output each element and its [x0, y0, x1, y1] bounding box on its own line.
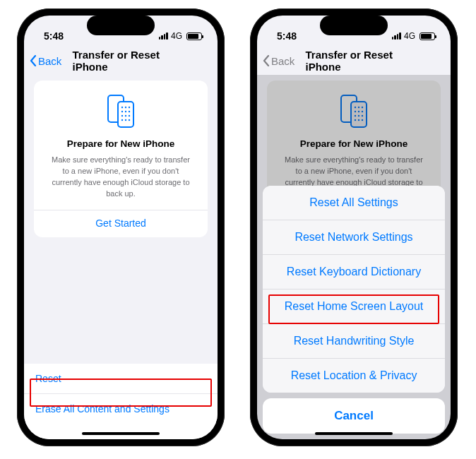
svg-point-7 [129, 111, 130, 112]
chevron-left-icon [263, 55, 270, 66]
svg-point-6 [125, 111, 126, 112]
battery-icon [186, 32, 202, 40]
card-body: Make sure everything's ready to transfer… [44, 155, 198, 200]
battery-icon [420, 32, 435, 40]
back-button[interactable]: Back [30, 55, 61, 67]
nav-bar: Back Transfer or Reset iPhone [24, 47, 218, 75]
card-heading: Prepare for New iPhone [44, 138, 198, 149]
bottom-list: Reset Erase All Content and Settings [24, 364, 218, 439]
svg-point-9 [125, 115, 126, 117]
svg-point-12 [125, 119, 126, 121]
signal-icon [159, 32, 168, 40]
action-sheet: Reset All Settings Reset Network Setting… [263, 186, 445, 434]
svg-rect-1 [118, 102, 133, 127]
reset-row[interactable]: Reset [24, 364, 218, 393]
svg-point-10 [129, 115, 130, 117]
network-label: 4G [404, 31, 415, 41]
chevron-left-icon [30, 55, 37, 66]
erase-row[interactable]: Erase All Content and Settings [24, 393, 218, 424]
svg-point-11 [121, 119, 123, 121]
option-reset-keyboard-dict[interactable]: Reset Keyboard Dictionary [263, 254, 445, 289]
nav-bar: Back Transfer or Reset iPhone [257, 47, 451, 75]
iphone-mockup-left: 5:48 4G Back Transfer or Reset iPhone [17, 8, 225, 446]
dynamic-island [87, 16, 155, 35]
option-reset-handwriting[interactable]: Reset Handwriting Style [263, 323, 445, 358]
back-label: Back [38, 55, 61, 67]
page-title: Transfer or Reset iPhone [306, 49, 403, 73]
svg-point-3 [125, 107, 126, 108]
back-button[interactable]: Back [263, 55, 294, 67]
signal-icon [392, 32, 401, 40]
network-label: 4G [171, 31, 182, 41]
svg-point-13 [129, 119, 130, 121]
option-reset-network-settings[interactable]: Reset Network Settings [263, 220, 445, 254]
home-indicator[interactable] [82, 432, 160, 435]
sheet-options: Reset All Settings Reset Network Setting… [263, 186, 445, 393]
svg-point-8 [121, 115, 123, 117]
status-time: 5:48 [44, 30, 64, 42]
dynamic-island [320, 16, 388, 35]
two-iphones-icon [102, 93, 139, 131]
get-started-button[interactable]: Get Started [44, 217, 198, 229]
option-reset-home-layout[interactable]: Reset Home Screen Layout [263, 289, 445, 323]
option-reset-location-privacy[interactable]: Reset Location & Privacy [263, 358, 445, 393]
status-time: 5:48 [277, 30, 297, 42]
home-indicator[interactable] [315, 432, 393, 435]
prepare-card: Prepare for New iPhone Make sure everyth… [34, 81, 208, 237]
page-title: Transfer or Reset iPhone [73, 49, 169, 73]
divider [34, 210, 208, 210]
svg-point-4 [129, 107, 130, 108]
svg-point-2 [121, 107, 123, 108]
iphone-mockup-right: 5:48 4G Back Transfer or Reset iPhone [250, 8, 458, 446]
svg-point-5 [121, 111, 123, 112]
back-label: Back [271, 55, 294, 67]
cancel-button[interactable]: Cancel [263, 398, 445, 434]
option-reset-all-settings[interactable]: Reset All Settings [263, 186, 445, 220]
